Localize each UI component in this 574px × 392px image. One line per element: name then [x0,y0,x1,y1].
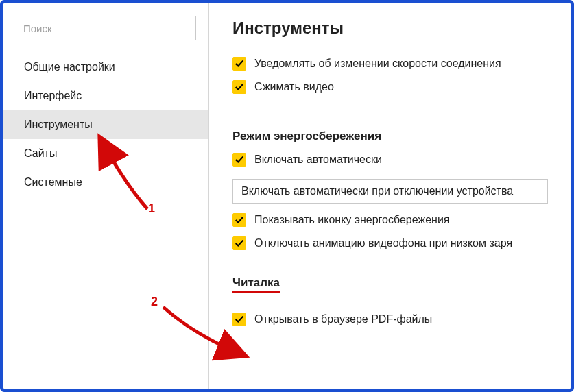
checkbox-energy-anim[interactable] [232,236,246,250]
sidebar-item-system[interactable]: Системные [3,168,208,197]
energy-mode-select[interactable]: Включать автоматически при отключении ус… [232,179,548,204]
sidebar-item-tools[interactable]: Инструменты [3,110,208,139]
sidebar-nav: Общие настройки Интерфейс Инструменты Са… [3,53,208,197]
check-icon [235,59,244,69]
check-icon [235,215,244,225]
sidebar-item-label: Интерфейс [24,90,82,101]
option-row: Уведомлять об изменении скорости соедине… [232,57,571,71]
option-row: Сжимать видео [232,80,571,94]
check-icon [235,315,244,324]
sidebar-item-interface[interactable]: Интерфейс [3,82,208,110]
settings-window: Общие настройки Интерфейс Инструменты Са… [0,0,574,392]
checkbox-energy-icon[interactable] [232,213,246,227]
option-label: Уведомлять об изменении скорости соедине… [254,58,501,70]
option-label: Сжимать видео [254,81,334,93]
annotation-number-2: 2 [151,295,158,309]
option-row: Отключать анимацию видеофона при низком … [232,236,571,250]
option-label: Отключать анимацию видеофона при низком … [254,237,512,249]
checkbox-compress-video[interactable] [232,80,246,94]
checkbox-energy-auto[interactable] [232,153,246,167]
page-title: Инструменты [232,19,571,38]
content: Инструменты Уведомлять об изменении скор… [209,3,571,389]
option-row: Показывать иконку энергосбережения [232,213,571,227]
sidebar-item-label: Инструменты [24,119,93,130]
option-label: Открывать в браузере PDF-файлы [254,313,432,326]
check-icon [235,155,244,164]
option-row: Открывать в браузере PDF-файлы [232,313,571,326]
annotation-number-1: 1 [148,201,155,216]
search-input[interactable] [16,16,196,40]
sidebar-item-sites[interactable]: Сайты [3,139,208,168]
sidebar-item-label: Системные [24,176,82,188]
sidebar: Общие настройки Интерфейс Инструменты Са… [3,3,209,389]
search-wrap [3,16,208,53]
section-title-reader: Читалка [232,276,280,293]
check-icon [235,82,244,92]
option-label: Показывать иконку энергосбережения [254,214,449,226]
checkbox-notify-speed[interactable] [232,57,246,71]
section-title-energy: Режим энергосбережения [232,130,381,143]
sidebar-item-label: Сайты [24,147,57,159]
select-value: Включать автоматически при отключении ус… [241,185,513,197]
option-row: Включать автоматически [232,153,571,167]
option-label: Включать автоматически [254,154,382,166]
sidebar-item-general[interactable]: Общие настройки [3,53,208,82]
checkbox-reader-pdf[interactable] [232,313,246,326]
sidebar-item-label: Общие настройки [24,61,115,73]
check-icon [235,238,244,248]
